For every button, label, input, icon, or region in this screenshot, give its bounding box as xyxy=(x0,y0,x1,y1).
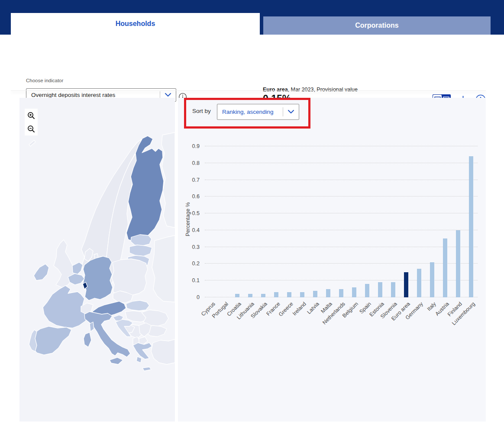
bar-latvia[interactable] xyxy=(313,291,317,298)
y-tick-label: 0.5 xyxy=(192,210,200,216)
bar-germany[interactable] xyxy=(417,269,421,297)
gridline xyxy=(205,263,478,264)
map-spain[interactable] xyxy=(30,326,71,355)
zoom-out-icon[interactable] xyxy=(25,122,38,135)
tab-corporations[interactable]: Corporations xyxy=(263,16,491,35)
map-panel xyxy=(19,98,175,422)
gridline xyxy=(205,213,478,213)
y-tick-label: 0 xyxy=(197,294,200,300)
y-tick-label: 0.9 xyxy=(192,143,200,149)
gridline xyxy=(205,163,478,163)
indicator-label: Choose indicator xyxy=(26,78,63,83)
chevron-down-icon xyxy=(283,110,299,114)
map-crete xyxy=(142,367,151,371)
y-tick-label: 0.4 xyxy=(192,227,200,233)
europe-choropleth-map xyxy=(19,98,175,422)
bar-netherlands[interactable] xyxy=(339,289,343,297)
map-poland xyxy=(112,259,148,295)
gridline xyxy=(205,280,478,280)
sort-select[interactable]: Ranking, ascending xyxy=(217,104,299,120)
chevron-down-icon xyxy=(160,93,176,97)
bar-belgium[interactable] xyxy=(352,287,356,297)
map-east-europe xyxy=(152,235,175,302)
map-sardinia xyxy=(84,332,91,347)
bar-estonia[interactable] xyxy=(378,282,382,297)
header: Households Corporations xyxy=(0,0,504,35)
main-content: Sort by Ranking, ascending Percentage % … xyxy=(0,91,504,422)
y-tick-label: 0.3 xyxy=(192,244,200,250)
gridline xyxy=(205,180,478,180)
headline-meta: Euro area, Mar 2023, Provisional value xyxy=(263,87,358,93)
map-estonia[interactable] xyxy=(131,235,152,246)
indicator-select-value: Overnight deposits interest rates xyxy=(26,92,160,98)
map-sicily xyxy=(110,357,123,364)
y-axis-title: Percentage % xyxy=(185,202,191,236)
bar-luxembourg[interactable] xyxy=(469,156,473,297)
chart-plot: Percentage % 00.10.20.30.40.50.60.70.80.… xyxy=(205,142,478,297)
map-peloponnese xyxy=(136,357,142,363)
y-tick-label: 0.8 xyxy=(192,160,200,166)
map-greece[interactable] xyxy=(133,343,152,359)
chart-panel: Sort by Ranking, ascending Percentage % … xyxy=(178,98,486,422)
tab-corporations-label: Corporations xyxy=(355,22,398,29)
map-turkey xyxy=(151,339,175,364)
bar-euro-area[interactable] xyxy=(404,272,408,297)
bar-croatia[interactable] xyxy=(235,294,239,297)
map-portugal[interactable] xyxy=(29,330,37,351)
bar-slovakia[interactable] xyxy=(261,294,265,297)
bar-italy[interactable] xyxy=(430,262,434,297)
bar-lithuania[interactable] xyxy=(248,294,252,297)
y-tick-label: 0.1 xyxy=(192,277,200,283)
gridline xyxy=(205,146,478,146)
y-tick-label: 0.7 xyxy=(192,177,200,183)
sort-select-value: Ranking, ascending xyxy=(217,109,283,115)
bar-spain[interactable] xyxy=(365,284,369,297)
map-slovakia[interactable] xyxy=(126,300,149,311)
map-faroe xyxy=(29,140,36,146)
tab-households[interactable]: Households xyxy=(11,13,260,35)
bar-greece[interactable] xyxy=(287,292,291,297)
map-corsica xyxy=(90,322,94,332)
bar-austria[interactable] xyxy=(443,238,447,297)
y-tick-label: 0.2 xyxy=(192,261,200,267)
map-italy[interactable] xyxy=(84,312,130,357)
map-netherlands[interactable] xyxy=(72,262,83,274)
tab-households-label: Households xyxy=(116,20,155,28)
y-tick-label: 0.6 xyxy=(192,193,200,200)
gridline xyxy=(205,196,478,196)
map-zoom-controls xyxy=(25,109,38,135)
headline-region: Euro area xyxy=(263,87,288,93)
bar-ireland[interactable] xyxy=(300,292,304,297)
controls-bar: Choose indicator Overnight deposits inte… xyxy=(0,35,504,91)
zoom-in-icon[interactable] xyxy=(25,109,38,122)
map-latvia[interactable] xyxy=(129,245,152,256)
gridline xyxy=(205,230,478,230)
sort-by-label: Sort by xyxy=(192,108,211,114)
bar-malta[interactable] xyxy=(326,289,330,297)
bar-france[interactable] xyxy=(274,292,278,297)
bar-finland[interactable] xyxy=(456,230,460,297)
gridline xyxy=(205,247,478,247)
bar-slovenia[interactable] xyxy=(391,282,395,297)
map-ireland[interactable] xyxy=(34,264,49,280)
map-germany[interactable] xyxy=(83,256,113,300)
